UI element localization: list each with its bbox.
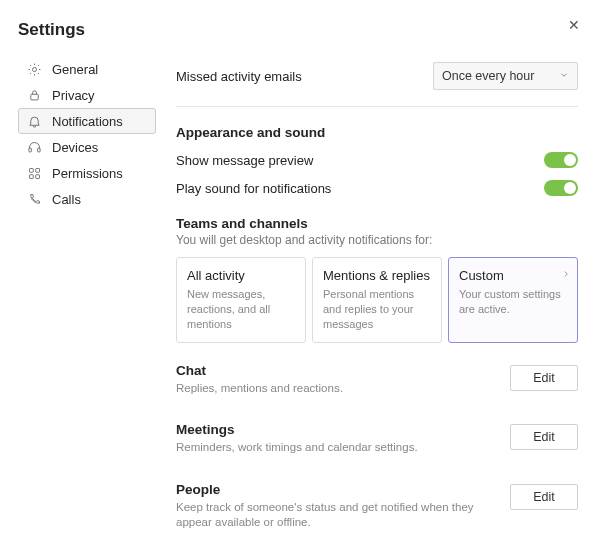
main-panel: Missed activity emails Once every hour A… [176,56,582,549]
sidebar-item-label: Devices [52,140,98,155]
card-title: Custom [459,268,567,283]
meetings-sub: Reminders, work timings and calendar set… [176,440,502,456]
play-sound-label: Play sound for notifications [176,181,331,196]
bell-icon [26,113,42,129]
missed-activity-dropdown[interactable]: Once every hour [433,62,578,90]
missed-activity-label: Missed activity emails [176,69,302,84]
sidebar-item-devices[interactable]: Devices [18,134,156,160]
sidebar-item-privacy[interactable]: Privacy [18,82,156,108]
card-sub: Personal mentions and replies to your me… [323,287,431,332]
chat-sub: Replies, mentions and reactions. [176,381,502,397]
people-heading: People [176,482,502,497]
chevron-right-icon [561,268,571,282]
apps-icon [26,165,42,181]
svg-rect-1 [30,94,38,100]
divider [176,106,578,107]
svg-rect-6 [29,174,33,178]
show-preview-toggle[interactable] [544,152,578,168]
meetings-heading: Meetings [176,422,502,437]
lock-icon [26,87,42,103]
chat-heading: Chat [176,363,502,378]
chat-edit-button[interactable]: Edit [510,365,578,391]
play-sound-toggle[interactable] [544,180,578,196]
card-all-activity[interactable]: All activity New messages, reactions, an… [176,257,306,343]
people-sub: Keep track of someone's status and get n… [176,500,502,531]
dropdown-value: Once every hour [442,69,534,83]
sidebar: General Privacy Notifications Devices [18,56,156,549]
teams-heading: Teams and channels [176,216,578,231]
svg-rect-4 [29,168,33,172]
phone-icon [26,191,42,207]
svg-rect-5 [35,168,39,172]
sidebar-item-calls[interactable]: Calls [18,186,156,212]
sidebar-item-label: General [52,62,98,77]
sidebar-item-notifications[interactable]: Notifications [18,108,156,134]
svg-point-0 [32,67,36,71]
people-edit-button[interactable]: Edit [510,484,578,510]
show-preview-label: Show message preview [176,153,313,168]
chevron-down-icon [559,69,569,83]
card-sub: New messages, reactions, and all mention… [187,287,295,332]
sidebar-item-permissions[interactable]: Permissions [18,160,156,186]
sidebar-item-label: Privacy [52,88,95,103]
svg-rect-3 [37,148,40,152]
card-mentions-replies[interactable]: Mentions & replies Personal mentions and… [312,257,442,343]
card-title: Mentions & replies [323,268,431,283]
page-title: Settings [18,20,582,40]
close-icon[interactable]: ✕ [568,18,580,32]
svg-rect-2 [28,148,31,152]
sidebar-item-general[interactable]: General [18,56,156,82]
sidebar-item-label: Permissions [52,166,123,181]
card-sub: Your custom settings are active. [459,287,567,317]
sidebar-item-label: Notifications [52,114,123,129]
teams-subheading: You will get desktop and activity notifi… [176,233,578,247]
meetings-edit-button[interactable]: Edit [510,424,578,450]
headset-icon [26,139,42,155]
appearance-heading: Appearance and sound [176,125,578,140]
gear-icon [26,61,42,77]
card-title: All activity [187,268,295,283]
card-custom[interactable]: Custom Your custom settings are active. [448,257,578,343]
svg-rect-7 [35,174,39,178]
sidebar-item-label: Calls [52,192,81,207]
